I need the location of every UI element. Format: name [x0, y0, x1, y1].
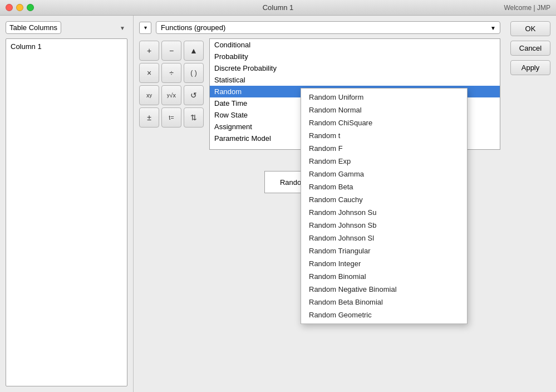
submenu-item-random-beta[interactable]: Random Beta — [301, 180, 467, 193]
submenu-item-random-johnson-sl[interactable]: Random Johnson Sl — [301, 232, 467, 244]
sqrt-button[interactable]: y√x — [161, 85, 181, 105]
column-list: Column 1 — [6, 38, 127, 386]
paren-button[interactable]: ( ) — [184, 63, 204, 83]
function-item-discrete-probability[interactable]: Discrete Probability — [210, 62, 500, 74]
function-item-probability[interactable]: Probability — [210, 51, 500, 62]
move-up-button[interactable]: ▲ — [184, 41, 204, 61]
function-item-statistical[interactable]: Statistical — [210, 74, 500, 86]
submenu-item-random-negative-binomial[interactable]: Random Negative Binomial — [301, 283, 467, 296]
subtract-button[interactable]: − — [161, 41, 181, 61]
func-header: ▾ Functions (grouped) ▼ — [139, 21, 500, 34]
submenu-item-random-binomial[interactable]: Random Binomial — [301, 270, 467, 283]
plusminus-button[interactable]: ± — [139, 107, 159, 128]
left-panel: Table Columns ▼ Column 1 — [0, 16, 134, 392]
functions-select-wrapper: Functions (grouped) ▼ — [156, 21, 500, 34]
cancel-button[interactable]: Cancel — [510, 41, 550, 56]
table-columns-select[interactable]: Table Columns — [6, 21, 61, 34]
minimize-button[interactable] — [16, 4, 23, 11]
small-arrow-icon: ▾ — [144, 24, 147, 31]
submenu-item-random-geometric[interactable]: Random Geometric — [301, 308, 467, 321]
submenu-item-random-uniform[interactable]: Random Uniform — [301, 91, 467, 104]
table-columns-header: Table Columns ▼ — [6, 21, 127, 34]
table-op-button[interactable]: t= — [161, 107, 181, 128]
submenu-item-random-normal[interactable]: Random Normal — [301, 104, 467, 116]
submenu-item-random-triangular[interactable]: Random Triangular — [301, 244, 467, 257]
dialog: Table Columns ▼ Column 1 ▾ Functions (gr… — [0, 16, 556, 392]
submenu-item-random-chisquare[interactable]: Random ChiSquare — [301, 116, 467, 129]
refresh-button[interactable]: ↺ — [184, 85, 204, 105]
submenu-item-random-exp[interactable]: Random Exp — [301, 155, 467, 168]
apply-button[interactable]: Apply — [510, 60, 550, 75]
function-item-conditional[interactable]: Conditional — [210, 39, 500, 51]
add-button[interactable]: + — [139, 41, 159, 61]
swap-button[interactable]: ⇅ — [184, 107, 204, 128]
submenu-item-random-cauchy[interactable]: Random Cauchy — [301, 193, 467, 206]
submenu-item-random-beta-binomial[interactable]: Random Beta Binomial — [301, 296, 467, 308]
submenu-item-random-gamma[interactable]: Random Gamma — [301, 168, 467, 180]
close-button[interactable] — [6, 4, 13, 11]
divide-button[interactable]: ÷ — [161, 63, 181, 83]
functions-grouped-select[interactable]: Functions (grouped) — [156, 21, 500, 34]
column-list-item[interactable]: Column 1 — [8, 41, 125, 52]
submenu-item-random-f[interactable]: Random F — [301, 142, 467, 155]
ok-button[interactable]: OK — [510, 21, 550, 36]
window-controls — [6, 4, 34, 11]
operator-grid: + − ▲ × ÷ ( ) xy y√x ↺ ± t= ⇅ — [139, 41, 204, 150]
dropdown-small-arrow[interactable]: ▾ — [139, 22, 151, 34]
window-title: Column 1 — [263, 3, 294, 12]
random-submenu: Random Uniform Random Normal Random ChiS… — [301, 88, 468, 324]
power-button[interactable]: xy — [139, 85, 159, 105]
maximize-button[interactable] — [27, 4, 34, 11]
submenu-item-random-johnson-su[interactable]: Random Johnson Su — [301, 206, 467, 219]
title-bar: Column 1 Welcome | JMP — [0, 0, 556, 16]
right-panel: OK Cancel Apply — [506, 16, 556, 392]
table-columns-select-wrapper: Table Columns ▼ — [6, 21, 127, 34]
table-columns-arrow-icon: ▼ — [120, 24, 125, 31]
multiply-button[interactable]: × — [139, 63, 159, 83]
submenu-item-random-integer[interactable]: Random Integer — [301, 257, 467, 270]
submenu-item-random-johnson-sb[interactable]: Random Johnson Sb — [301, 219, 467, 232]
top-right-label: Welcome | JMP — [504, 4, 550, 12]
submenu-item-random-t[interactable]: Random t — [301, 129, 467, 142]
